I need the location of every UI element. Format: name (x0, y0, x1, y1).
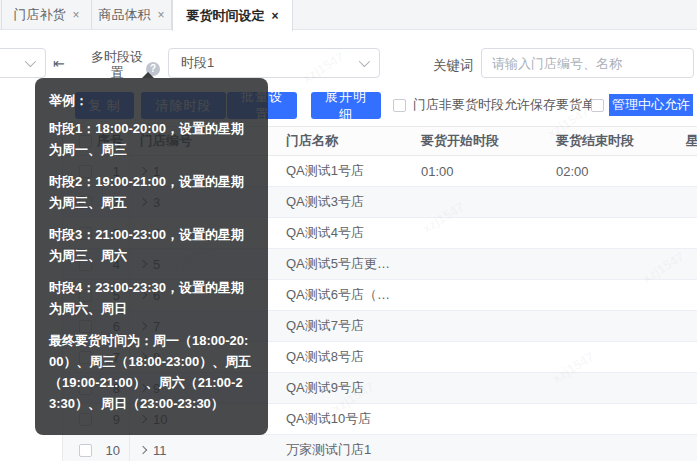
button-展开明细[interactable]: 展开明细 (311, 92, 381, 119)
period-select[interactable]: 时段1 (168, 48, 380, 78)
column-header-要货结束时段: 要货结束时段 (546, 132, 673, 150)
tab-商品体积[interactable]: 商品体积× (92, 0, 172, 30)
expand-row-icon[interactable] (139, 446, 147, 454)
keyword-input[interactable] (481, 48, 694, 78)
tab-要货时间设定[interactable]: 要货时间设定× (172, 0, 293, 31)
store-name-cell: QA测试5号店更… (273, 255, 411, 273)
tab-门店补货[interactable]: 门店补货× (2, 0, 92, 30)
period-select-value: 时段1 (181, 54, 214, 72)
store-name-cell: QA测试1号店 (273, 162, 411, 180)
app-root: 门店补货×商品体积×要货时间设定× ⇤ 多时段设置 ? 时段1 关键词 复 制清… (0, 0, 697, 461)
store-name-cell: QA测试10号店 (273, 410, 411, 428)
left-select[interactable] (0, 48, 46, 78)
help-tooltip: 举例： 时段1：18:00-20:00，设置的星期为周一、周三时段2：19:00… (35, 78, 268, 435)
store-name-cell: QA测试3号店 (273, 193, 411, 211)
column-header-星期: 星期 (673, 132, 697, 150)
end-period-cell: 02:00 (546, 164, 673, 179)
tooltip-paragraph: 时段4：23:00-23:30，设置的星期为周六、周日 (49, 277, 254, 319)
store-name-cell: QA测试6号店（… (273, 286, 411, 304)
store-name-cell: QA测试7号店 (273, 317, 411, 335)
checkbox-label[interactable]: 管理中心允许 (609, 94, 693, 116)
close-icon[interactable]: × (72, 8, 79, 22)
seq-cell: 10 (97, 443, 129, 458)
tooltip-paragraph: 时段2：19:00-21:00，设置的星期为周三、周五 (49, 171, 254, 213)
store-name-cell: QA测试9号店 (273, 379, 411, 397)
tab-label: 门店补货 (13, 6, 65, 24)
checkbox[interactable] (393, 99, 406, 112)
collapse-icon[interactable]: ⇤ (53, 55, 65, 71)
tab-label: 商品体积 (98, 6, 150, 24)
chevron-down-icon (25, 56, 36, 67)
table-row[interactable]: 1011万家测试门店1 (63, 435, 697, 461)
tooltip-paragraph: 时段3：21:00-23:00，设置的星期为周三、周六 (49, 224, 254, 266)
close-icon[interactable]: × (157, 8, 164, 22)
column-header-要货开始时段: 要货开始时段 (411, 132, 546, 150)
tab-label: 要货时间设定 (186, 7, 264, 25)
multi-period-label: 多时段设置 (88, 49, 146, 81)
checkbox[interactable] (591, 99, 604, 112)
tab-bar: 门店补货×商品体积×要货时间设定× (0, 0, 697, 30)
store-name-cell: 万家测试门店1 (273, 441, 411, 459)
code-value: 11 (153, 443, 167, 458)
start-period-cell: 01:00 (411, 164, 546, 179)
tooltip-arrow-icon (142, 72, 154, 78)
store-name-cell: QA测试4号店 (273, 224, 411, 242)
code-cell: 11 (129, 435, 273, 461)
tooltip-paragraph: 时段1：18:00-20:00，设置的星期为周一、周三 (49, 118, 254, 160)
chevron-down-icon (359, 56, 370, 67)
row-checkbox-cell (63, 444, 97, 457)
tooltip-paragraph: 最终要货时间为：周一（18:00-20:00）、周三（18:00-23:00）、… (49, 330, 254, 414)
store-name-cell: QA测试8号店 (273, 348, 411, 366)
tooltip-title: 举例： (49, 90, 254, 111)
close-icon[interactable]: × (271, 9, 278, 23)
checkbox-label[interactable]: 门店非要货时段允许保存要货单 (413, 96, 595, 114)
keyword-label: 关键词 (433, 57, 474, 75)
row-checkbox[interactable] (79, 444, 92, 457)
column-header-门店名称: 门店名称 (273, 132, 411, 150)
